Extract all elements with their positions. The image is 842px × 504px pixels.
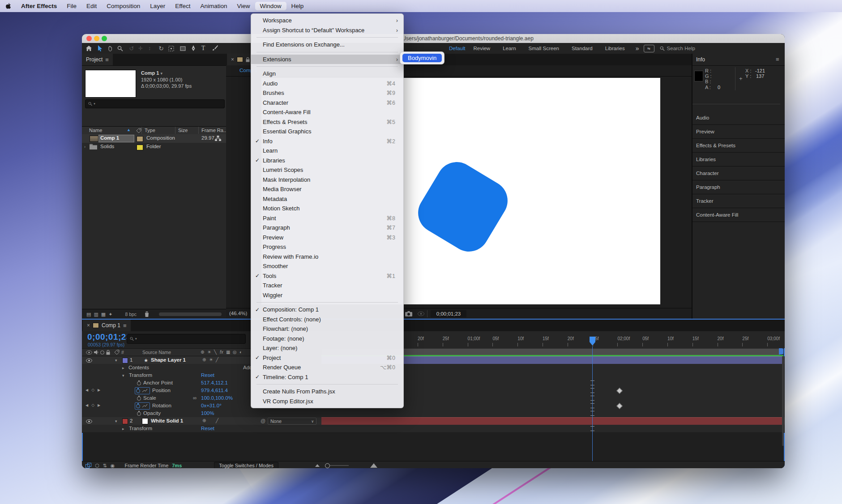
info-tab[interactable]: Info: [696, 56, 705, 63]
folder-create-icon[interactable]: ▥: [94, 312, 98, 317]
project-tab[interactable]: Project ≡: [82, 54, 113, 65]
type-tool-icon[interactable]: T: [199, 44, 207, 52]
keyframe-diamond[interactable]: [616, 388, 623, 394]
draft3d-icon[interactable]: ⬡: [95, 463, 99, 469]
layer-name[interactable]: Shape Layer 1: [151, 357, 186, 363]
menu-item[interactable]: Effect Controls: (none): [251, 315, 403, 325]
next-keyframe-icon[interactable]: ▶: [98, 388, 100, 392]
stopwatch-active-icon[interactable]: [136, 403, 140, 408]
collapsed-panel-header[interactable]: Preview: [692, 125, 785, 139]
property-row-rotation[interactable]: ◀◇▶ Rotation 0x+31.0°: [82, 402, 785, 410]
layer-row-white-solid[interactable]: ▾ 2 White Solid 1 ⊕ ╱ @ None ∨: [82, 417, 785, 425]
panel-menu-icon[interactable]: ≡: [105, 56, 109, 63]
layer-color-chip[interactable]: [122, 419, 128, 424]
stopwatch-icon[interactable]: [137, 380, 141, 385]
solo-icon[interactable]: [100, 350, 104, 355]
menu-item[interactable]: Brushes ⌘9: [251, 88, 403, 98]
menu-item[interactable]: [251, 382, 403, 387]
collapse-icon[interactable]: ☀: [207, 350, 211, 355]
minimize-window-button[interactable]: [94, 36, 99, 41]
column-source-name[interactable]: Source Name: [142, 350, 171, 355]
menu-item[interactable]: Character ⌘6: [251, 98, 403, 108]
project-row-solids[interactable]: › Solids Folder: [82, 143, 226, 151]
rounded-rectangle-shape[interactable]: [410, 154, 515, 259]
menu-item[interactable]: Paragraph ⌘7: [251, 223, 403, 233]
next-keyframe-icon[interactable]: ▶: [98, 403, 100, 407]
collapse-chevron-icon[interactable]: ▾: [115, 358, 117, 363]
workspace-settings-icon[interactable]: ⇆: [644, 45, 654, 52]
column-type[interactable]: Type: [145, 128, 155, 133]
menu-item[interactable]: Wiggler: [251, 290, 403, 300]
disclosure-chevron-icon[interactable]: ›: [84, 145, 85, 149]
workspace-overflow-chevron[interactable]: »: [631, 45, 644, 52]
zoom-tool-icon[interactable]: [116, 44, 124, 52]
panel-menu-icon[interactable]: ≡: [123, 322, 127, 329]
column-framerate[interactable]: Frame Ra..: [201, 128, 226, 133]
opacity-value[interactable]: 100%: [201, 410, 214, 416]
close-icon[interactable]: ×: [87, 322, 90, 329]
effects-fx-icon[interactable]: fx: [220, 350, 223, 355]
project-columns-header[interactable]: Name ▲ Type Size Frame Ra..: [82, 126, 226, 135]
selection-tool-icon[interactable]: [96, 44, 104, 52]
menubar-item[interactable]: Layer: [145, 2, 170, 10]
collapse-switch-icon[interactable]: ☀: [209, 357, 213, 362]
constrain-proportions-icon[interactable]: ∞: [193, 395, 197, 401]
menu-item[interactable]: Find Extensions on Exchange...: [251, 40, 403, 50]
add-keyframe-icon[interactable]: ◇: [91, 388, 94, 392]
toggle-switches-modes-button[interactable]: Toggle Switches / Modes: [214, 462, 278, 468]
menubar-item[interactable]: Help: [286, 2, 309, 10]
layer-duration-bar[interactable]: [321, 417, 783, 425]
project-view-icon[interactable]: ▤: [86, 312, 91, 317]
keyframe-diamond[interactable]: [616, 403, 623, 409]
keyframe-navigator[interactable]: ◀◇▶: [85, 403, 100, 407]
menu-item[interactable]: Tracker: [251, 281, 403, 290]
project-bit-depth[interactable]: 8 bpc: [125, 312, 137, 317]
layer-color-chip[interactable]: [122, 358, 128, 363]
menu-item[interactable]: Lumetri Scopes: [251, 165, 403, 175]
project-item-name[interactable]: Solids: [100, 144, 114, 149]
keyframe-navigator[interactable]: ◀◇▶: [85, 388, 100, 392]
pan-camera-tool-icon[interactable]: ✛: [137, 44, 145, 52]
menubar-item[interactable]: View: [232, 2, 255, 10]
video-eye-icon[interactable]: [86, 350, 92, 355]
menu-item[interactable]: Metadata: [251, 194, 403, 204]
layer-name[interactable]: White Solid 1: [151, 418, 183, 423]
shy-switch-icon[interactable]: ⊕: [202, 357, 206, 362]
menubar-item[interactable]: File: [62, 2, 81, 10]
timeline-zoom-knob[interactable]: [325, 463, 330, 468]
project-search-box[interactable]: ▾: [85, 99, 225, 108]
menu-item[interactable]: Layer: (none): [251, 343, 403, 353]
workspace-tab[interactable]: Learn: [496, 46, 522, 51]
trash-icon[interactable]: [145, 312, 149, 317]
menubar-item[interactable]: Edit: [81, 2, 102, 10]
adjustment-icon[interactable]: ◐: [239, 350, 242, 355]
menu-item[interactable]: [251, 50, 403, 55]
timeline-vertical-scrollbar[interactable]: [782, 356, 784, 446]
workspace-tab[interactable]: Libraries: [599, 46, 631, 51]
label-color-chip[interactable]: [137, 145, 143, 150]
collapsed-panel-header[interactable]: Paragraph: [692, 180, 785, 194]
prev-keyframe-icon[interactable]: ◀: [85, 388, 88, 392]
workspace-tab[interactable]: Review: [467, 46, 496, 51]
stopwatch-icon[interactable]: [137, 411, 141, 416]
timeline-tab[interactable]: × Comp 1 ≡: [83, 320, 131, 331]
disclosure-chevron-icon[interactable]: ▸: [122, 366, 124, 370]
bodymovin-menu-item[interactable]: Bodymovin: [402, 54, 442, 62]
eye-icon[interactable]: [86, 419, 92, 423]
sort-ascending-icon[interactable]: ▲: [127, 128, 131, 132]
anchor-point-value[interactable]: 517.4,112.1: [201, 380, 228, 385]
collapsed-panel-header[interactable]: Tracker: [692, 194, 785, 208]
property-row-anchor-point[interactable]: Anchor Point 517.4,112.1: [82, 379, 785, 387]
zoom-out-mountain-icon[interactable]: [315, 464, 320, 467]
collapsed-panel-header[interactable]: Character: [692, 167, 785, 180]
snapshot-camera-icon[interactable]: [405, 311, 412, 316]
menu-item[interactable]: Render Queue ⌥⌘0: [251, 363, 403, 372]
collapsed-panel-header[interactable]: Audio: [692, 111, 785, 125]
apple-icon[interactable]: [0, 3, 16, 9]
home-tool-icon[interactable]: [85, 44, 93, 52]
scale-value[interactable]: 100.0,100.0%: [201, 395, 233, 401]
panel-menu-icon[interactable]: ≡: [776, 56, 779, 63]
menu-item[interactable]: Workspace ›: [251, 16, 403, 26]
transform-reset-link[interactable]: Reset: [201, 426, 214, 431]
property-label[interactable]: Scale: [143, 395, 156, 401]
